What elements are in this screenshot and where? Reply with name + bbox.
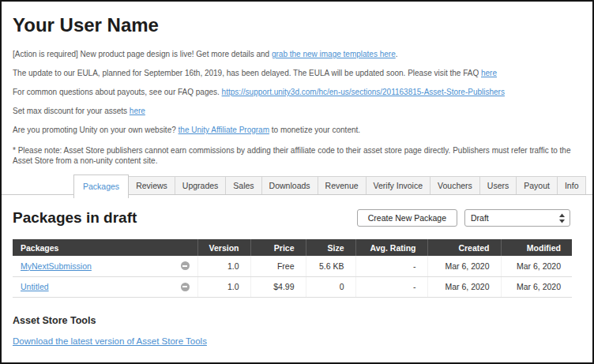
- status-filter-selected-value: Draft: [471, 213, 489, 223]
- cell-price: $4.99: [250, 276, 306, 297]
- page-header: Your User Name [Action is required] New …: [2, 2, 592, 166]
- affiliate-footnote: * Please note: Asset Store publishers ca…: [13, 145, 572, 166]
- tab-verify-invoice[interactable]: Verify Invoice: [366, 176, 430, 194]
- cell-avg-rating: -: [355, 276, 427, 297]
- table-header-row: Packages Version Price Size Avg. Rating …: [13, 239, 572, 256]
- package-link[interactable]: MyNextSubmission: [21, 261, 92, 271]
- tab-payout[interactable]: Payout: [516, 176, 558, 194]
- col-header-created: Created: [427, 239, 501, 256]
- col-header-packages: Packages: [13, 239, 197, 256]
- tab-users[interactable]: Users: [479, 176, 517, 194]
- tab-upgrades[interactable]: Upgrades: [175, 176, 227, 194]
- notice-text: to monetize your content.: [269, 126, 360, 134]
- notice-affiliate-program: Are you promoting Unity on your own webs…: [13, 125, 572, 135]
- tools-heading: Asset Store Tools: [13, 315, 570, 326]
- create-new-package-button[interactable]: Create New Package: [357, 209, 457, 227]
- support-url-link[interactable]: https://support.unity3d.com/hc/en-us/sec…: [222, 88, 505, 96]
- col-header-modified: Modified: [501, 239, 572, 256]
- image-templates-link[interactable]: grab the new image templates here: [272, 50, 396, 58]
- eula-faq-link[interactable]: here: [481, 69, 497, 77]
- tab-downloads[interactable]: Downloads: [261, 176, 318, 194]
- cell-modified: Mar 6, 2020: [501, 256, 572, 276]
- publisher-portal-window: Your User Name [Action is required] New …: [0, 0, 594, 364]
- cell-price: Free: [250, 256, 306, 276]
- notice-new-product-page: [Action is required] New product page de…: [13, 49, 572, 59]
- notice-text: Set max discount for your assets: [13, 107, 130, 115]
- notice-eula-update: The update to our EULA, planned for Sept…: [13, 68, 572, 78]
- table-row: MyNextSubmission 1.0 Free 5.6 KB - Mar 6…: [13, 256, 572, 276]
- col-header-price: Price: [250, 239, 306, 256]
- notice-text: The update to our EULA, planned for Sept…: [13, 69, 481, 77]
- notice-text: Are you promoting Unity on your own webs…: [13, 126, 179, 134]
- section-title: Packages in draft: [13, 209, 137, 227]
- cell-created: Mar 6, 2020: [427, 276, 501, 297]
- cell-size: 0: [306, 276, 355, 297]
- cell-size: 5.6 KB: [306, 256, 355, 276]
- notice-payout-faq: For common questions about payouts, see …: [13, 87, 572, 97]
- packages-section-header: Packages in draft Create New Package Dra…: [13, 209, 570, 227]
- package-link[interactable]: Untitled: [21, 282, 49, 291]
- tab-packages[interactable]: Packages: [73, 174, 129, 198]
- notice-text: [Action is required] New product page de…: [13, 50, 272, 58]
- notice-text: For common questions about payouts, see …: [13, 88, 222, 96]
- max-discount-link[interactable]: here: [130, 107, 145, 115]
- download-tools-link[interactable]: Download the latest version of Asset Sto…: [13, 336, 207, 346]
- minus-circle-draft-icon: [181, 283, 190, 291]
- table-row: Untitled 1.0 $4.99 0 - Mar 6, 2020 Mar 6…: [13, 276, 572, 297]
- tab-vouchers[interactable]: Vouchers: [430, 176, 480, 194]
- cell-version: 1.0: [197, 256, 250, 276]
- col-header-version: Version: [197, 239, 250, 256]
- col-header-size: Size: [306, 239, 355, 256]
- tab-bar: Packages Reviews Upgrades Sales Download…: [2, 174, 592, 195]
- page-title: Your User Name: [13, 14, 572, 36]
- cell-version: 1.0: [197, 276, 250, 297]
- tab-info[interactable]: Info: [557, 176, 587, 194]
- cell-avg-rating: -: [355, 256, 427, 276]
- up-down-stepper-icon: [558, 212, 566, 224]
- notice-max-discount: Set max discount for your assets here: [13, 106, 572, 116]
- tab-revenue[interactable]: Revenue: [318, 176, 367, 194]
- status-filter-select[interactable]: Draft: [464, 209, 570, 227]
- notice-text: .: [396, 50, 398, 58]
- packages-table: Packages Version Price Size Avg. Rating …: [13, 239, 572, 298]
- col-header-avg-rating: Avg. Rating: [355, 239, 427, 256]
- asset-store-tools-section: Asset Store Tools Download the latest ve…: [13, 315, 570, 347]
- minus-circle-draft-icon: [181, 261, 190, 270]
- section-controls: Create New Package Draft: [357, 209, 570, 227]
- affiliate-program-link[interactable]: the Unity Affiliate Program: [179, 126, 269, 134]
- cell-modified: Mar 6, 2020: [501, 276, 572, 297]
- cell-created: Mar 6, 2020: [427, 256, 501, 276]
- tab-sales[interactable]: Sales: [225, 176, 261, 194]
- tab-reviews[interactable]: Reviews: [128, 176, 175, 194]
